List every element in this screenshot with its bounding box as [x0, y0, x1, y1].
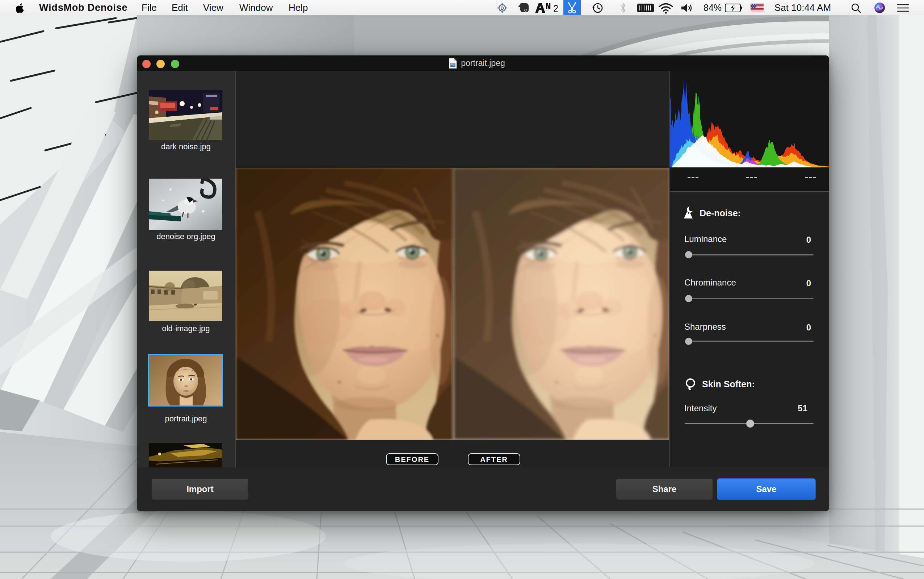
svg-text:2: 2	[553, 3, 557, 13]
svg-text:D: D	[500, 5, 504, 11]
